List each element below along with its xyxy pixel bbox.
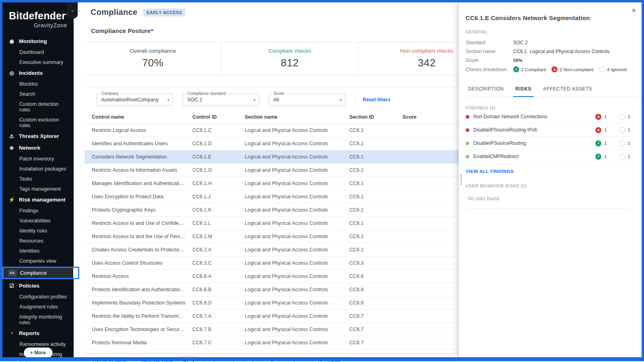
table-row[interactable]: Restricts Logical Access CC6.1.C Logical… bbox=[85, 124, 483, 137]
result-count: 1 bbox=[604, 128, 607, 132]
cell-control-id: CC6.1.K bbox=[189, 204, 242, 217]
sidebar-item[interactable]: ⚡ Risk management bbox=[2, 194, 74, 206]
chevron-right-icon[interactable] bbox=[78, 7, 80, 14]
table-row[interactable]: Restricts Access to Information Assets C… bbox=[85, 164, 483, 177]
table-row[interactable]: Restricts Access CC6.6.A Logical and Phy… bbox=[85, 270, 483, 283]
ignored-count: 1 bbox=[628, 154, 630, 159]
sidebar-item[interactable]: Companies view bbox=[2, 256, 74, 266]
first-page-button[interactable] bbox=[205, 354, 224, 362]
sidebar-item[interactable]: ⚠ Threats Xplorer bbox=[2, 130, 74, 142]
cell-section-id: CC6.2 bbox=[346, 243, 399, 257]
prev-page-button[interactable] bbox=[224, 354, 244, 362]
cell-control-id: CC6.3.C bbox=[189, 257, 242, 270]
filter-select[interactable]: Compliance standard SOC 2 bbox=[183, 94, 259, 106]
finding-row[interactable]: DisableIPSourceRouting 1 1 bbox=[466, 137, 630, 150]
result-badge-icon bbox=[595, 127, 601, 133]
sidebar-item[interactable]: ☑ Policies bbox=[2, 280, 74, 292]
cell-section-name: Logical and Physical Access Controls bbox=[242, 204, 346, 217]
sidebar-item[interactable]: Blocklist bbox=[2, 79, 74, 89]
sidebar-item[interactable]: ◎ Incidents bbox=[2, 67, 74, 79]
table-row[interactable]: Uses Encryption Technologies or Secure C… bbox=[85, 323, 483, 336]
sidebar-item[interactable]: Findings bbox=[2, 206, 74, 216]
sidebar-item-label: Vulnerabilities bbox=[19, 218, 50, 224]
cell-control-id: CC6.1.L bbox=[189, 217, 242, 230]
sidebar-item[interactable]: Tags management bbox=[2, 184, 74, 194]
page-number-input[interactable]: 1 bbox=[282, 354, 313, 362]
filter-select[interactable]: Score All bbox=[269, 94, 345, 106]
sidebar-item-label: Custom detection rules bbox=[19, 101, 70, 113]
table-row[interactable]: Creates Access Credentials to Protected … bbox=[85, 243, 483, 257]
table-row[interactable]: Manages Identification and Authenticatio… bbox=[85, 177, 483, 190]
cell-section-id: CC6.1 bbox=[346, 204, 399, 217]
sidebar-item[interactable]: Installation packages bbox=[2, 164, 74, 174]
table-row[interactable]: Restricts Access to and the Use of Perso… bbox=[85, 230, 483, 243]
table-row[interactable]: Restricts the Ability to Perform Transmi… bbox=[85, 310, 483, 323]
cell-control-name: Restricts Logical Access bbox=[85, 124, 189, 137]
table-row[interactable]: Considers Network Segmentation CC6.1.E L… bbox=[85, 150, 483, 164]
table-row[interactable]: Restricts Access to and Use of Confident… bbox=[85, 217, 483, 230]
cell-control-name: Restricts Access bbox=[85, 270, 189, 283]
items-per-page-select[interactable]: 50 bbox=[178, 356, 198, 362]
sidebar-item[interactable]: Configuration profiles bbox=[2, 292, 74, 302]
more-button[interactable]: + More bbox=[24, 348, 52, 358]
cell-control-name: Identifies and Authenticates Users bbox=[85, 137, 189, 150]
cell-section-id: CC6.1 bbox=[346, 190, 399, 204]
cell-control-id: CC6.6.A bbox=[189, 270, 242, 283]
no-risks-message: No risks found bbox=[468, 196, 499, 202]
findings-label: FINDINGS (4) bbox=[466, 105, 642, 110]
sidebar-item[interactable]: Search bbox=[2, 89, 74, 99]
finding-row[interactable]: EnableICMPRedirect 1 1 bbox=[466, 150, 630, 163]
table-row[interactable]: Protects Cryptographic Keys CC6.1.K Logi… bbox=[85, 204, 483, 217]
detail-row-standard: Standard SOC 2 bbox=[466, 40, 642, 45]
sidebar-item[interactable]: Resources bbox=[2, 236, 74, 246]
sidebar-item[interactable]: Dashboard bbox=[2, 47, 74, 57]
table-row[interactable]: Protects Removal Media CC6.7.C Logical a… bbox=[85, 336, 483, 350]
sidebar-item[interactable]: ◉ Monitoring bbox=[2, 35, 74, 47]
sidebar-item[interactable]: Patch inventory bbox=[2, 154, 74, 164]
last-page-button[interactable] bbox=[263, 354, 282, 362]
finding-row[interactable]: DisableIPSourceRouting IPv6 1 1 bbox=[466, 123, 630, 137]
sidebar-item[interactable]: Identity risks bbox=[2, 226, 74, 236]
table-row[interactable]: Implements Boundary Protection Systems C… bbox=[85, 296, 483, 310]
next-page-button[interactable] bbox=[244, 354, 263, 362]
finding-name: Non Domain Network Connections bbox=[473, 114, 547, 119]
cell-section-id: CC6.6 bbox=[346, 270, 399, 283]
sidebar-collapse-button[interactable] bbox=[67, 2, 78, 19]
sidebar-item[interactable]: ⊕ Network bbox=[2, 142, 74, 154]
cell-section-name: Logical and Physical Access Controls bbox=[242, 270, 346, 283]
table-row[interactable]: Protects Identification and Authenticati… bbox=[85, 283, 483, 296]
reset-filters-link[interactable]: Reset filters bbox=[355, 93, 390, 107]
sidebar-item[interactable]: Custom exclusion rules bbox=[2, 115, 74, 130]
severity-dot-icon bbox=[466, 128, 469, 132]
close-icon[interactable] bbox=[632, 6, 636, 14]
cell-section-name: Logical and Physical Access Controls bbox=[242, 124, 346, 137]
panel-tab[interactable]: RISKS bbox=[513, 82, 534, 97]
sidebar-item[interactable]: Assignment rules bbox=[2, 302, 74, 312]
table-row[interactable]: Uses Access Control Structures CC6.3.C L… bbox=[85, 257, 483, 270]
sidebar-item[interactable]: Vulnerabilities bbox=[2, 216, 74, 226]
panel-drag-handle[interactable] bbox=[460, 174, 462, 185]
chevron-down-icon bbox=[167, 98, 169, 102]
spinner-arrows-icon[interactable] bbox=[300, 359, 302, 362]
sidebar-item[interactable]: Identities bbox=[2, 246, 74, 256]
sidebar-item-label: Patch inventory bbox=[19, 156, 54, 162]
detail-row-section-name: Section name CC6.1. Logical and Physical… bbox=[466, 49, 642, 54]
cell-section-id: CC6.1 bbox=[346, 124, 399, 137]
sidebar-item[interactable]: Executive summary bbox=[2, 57, 74, 67]
severity-dot-icon bbox=[466, 155, 469, 158]
sidebar-item[interactable]: Tasks bbox=[2, 174, 74, 184]
filter-select[interactable]: Company AutomationRootCompany bbox=[97, 94, 173, 106]
panel-tab[interactable]: AFFECTED ASSETS bbox=[541, 82, 594, 97]
sidebar-item[interactable]: ◔ Reports bbox=[2, 327, 74, 339]
result-count: 1 bbox=[604, 114, 607, 119]
table-row[interactable]: Identifies and Authenticates Users CC6.1… bbox=[85, 137, 483, 150]
panel-tab[interactable]: DESCRIPTION bbox=[466, 82, 506, 97]
finding-row[interactable]: Non Domain Network Connections 1 1 bbox=[466, 110, 630, 123]
table-row[interactable]: Uses Encryption to Protect Data CC6.1.J … bbox=[85, 190, 483, 204]
sidebar-item[interactable]: Custom detection rules bbox=[2, 99, 74, 115]
sidebar-item[interactable]: Integrity monitoring rules bbox=[2, 312, 74, 327]
cell-section-name: Logical and Physical Access Controls bbox=[242, 177, 346, 190]
view-all-findings-link[interactable]: VIEW ALL FINDINGS bbox=[466, 169, 514, 174]
cell-section-name: Logical and Physical Access Controls bbox=[242, 150, 346, 164]
sidebar-item[interactable]: EA Compliance bbox=[2, 267, 79, 279]
